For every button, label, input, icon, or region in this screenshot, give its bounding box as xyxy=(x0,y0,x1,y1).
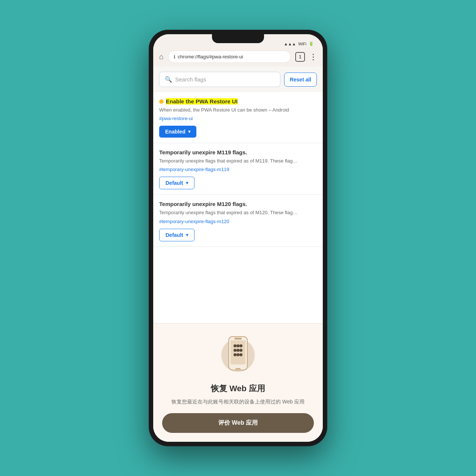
search-icon: 🔍 xyxy=(165,76,172,83)
select-chevron-m120: ▾ xyxy=(186,232,188,238)
svg-point-8 xyxy=(234,353,237,356)
select-chevron-pwa: ▾ xyxy=(188,129,190,134)
browser-content: 🔍 Search flags Reset all Enable the PWA … xyxy=(153,67,323,442)
flag-select-m119[interactable]: Default ▾ xyxy=(159,177,194,189)
flag-title-row-m120: Temporarily unexpire M120 flags. xyxy=(159,201,317,207)
search-placeholder: Search flags xyxy=(175,76,206,83)
svg-point-7 xyxy=(239,349,242,352)
flag-title-pwa: Enable the PWA Restore UI xyxy=(166,98,238,104)
flag-select-label-m120: Default xyxy=(165,232,183,238)
flag-desc-m120: Temporarily unexpire flags that expired … xyxy=(159,209,317,216)
home-icon[interactable]: ⌂ xyxy=(159,52,164,61)
pwa-title: 恢复 Web 应用 xyxy=(211,383,265,394)
reset-all-button[interactable]: Reset all xyxy=(284,73,317,87)
flag-select-m120[interactable]: Default ▾ xyxy=(159,229,194,241)
pwa-phone-svg xyxy=(223,335,253,376)
flag-link-m119[interactable]: #temporary-unexpire-flags-m119 xyxy=(159,167,317,172)
phone-frame: ▲▲▲ WiFi 🔋 ⌂ ℹ chrome://flags/#pwa-resto… xyxy=(149,30,327,446)
svg-rect-11 xyxy=(235,368,241,369)
flag-item-m119: Temporarily unexpire M119 flags. Tempora… xyxy=(153,143,323,195)
flag-title-row-m119: Temporarily unexpire M119 flags. xyxy=(159,149,317,155)
svg-rect-1 xyxy=(231,340,245,364)
select-chevron-m119: ▾ xyxy=(186,180,188,186)
pwa-button[interactable]: 评价 Web 应用 xyxy=(162,413,314,433)
flag-title-row: Enable the PWA Restore UI xyxy=(159,98,317,104)
signal-icon: ▲▲▲ xyxy=(284,42,296,46)
browser-toolbar: ⌂ ℹ chrome://flags/#pwa-restore-ui 1 ⋮ xyxy=(159,51,317,63)
battery-icon: 🔋 xyxy=(309,41,314,46)
flag-item-m120: Temporarily unexpire M120 flags. Tempora… xyxy=(153,195,323,247)
svg-rect-12 xyxy=(234,338,242,340)
pwa-illustration xyxy=(218,335,258,376)
svg-point-10 xyxy=(239,353,242,356)
menu-icon[interactable]: ⋮ xyxy=(309,52,317,61)
svg-point-3 xyxy=(237,344,239,347)
flags-list: Enable the PWA Restore UI When enabled, … xyxy=(153,92,323,323)
pwa-desc: 恢复您最近在与此账号相关联的设备上使用过的 Web 应用 xyxy=(171,398,305,406)
status-icons: ▲▲▲ WiFi 🔋 xyxy=(284,41,314,46)
info-icon: ℹ xyxy=(174,54,176,60)
tab-count[interactable]: 1 xyxy=(295,52,305,62)
browser-chrome: ⌂ ℹ chrome://flags/#pwa-restore-ui 1 ⋮ xyxy=(153,48,323,67)
flag-select-pwa[interactable]: Enabled ▾ xyxy=(159,126,196,138)
flag-link-m120[interactable]: #temporary-unexpire-flags-m120 xyxy=(159,219,317,224)
svg-point-9 xyxy=(237,353,239,356)
svg-point-4 xyxy=(239,344,242,347)
flag-desc-m119: Temporarily unexpire flags that expired … xyxy=(159,158,317,164)
flag-indicator-yellow xyxy=(159,99,164,104)
flag-select-label-m119: Default xyxy=(165,180,183,186)
flag-title-m120: Temporarily unexpire M120 flags. xyxy=(159,201,247,207)
pwa-panel: 恢复 Web 应用 恢复您最近在与此账号相关联的设备上使用过的 Web 应用 评… xyxy=(153,323,323,442)
flag-desc-pwa: When enabled, the PWA Restore UI can be … xyxy=(159,107,317,113)
flag-link-pwa[interactable]: #pwa-restore-ui xyxy=(159,116,317,121)
phone-screen: ▲▲▲ WiFi 🔋 ⌂ ℹ chrome://flags/#pwa-resto… xyxy=(153,34,323,442)
svg-point-6 xyxy=(237,349,239,352)
address-bar[interactable]: ℹ chrome://flags/#pwa-restore-ui xyxy=(168,51,291,63)
flag-item-pwa-restore-ui: Enable the PWA Restore UI When enabled, … xyxy=(153,92,323,143)
phone-notch xyxy=(212,34,264,43)
flags-header: 🔍 Search flags Reset all xyxy=(153,67,323,92)
svg-point-5 xyxy=(234,349,237,352)
svg-point-2 xyxy=(234,344,237,347)
wifi-icon: WiFi xyxy=(298,42,306,46)
search-box[interactable]: 🔍 Search flags xyxy=(159,72,280,87)
flag-select-label-pwa: Enabled xyxy=(165,129,185,135)
flag-title-m119: Temporarily unexpire M119 flags. xyxy=(159,149,247,155)
address-url: chrome://flags/#pwa-restore-ui xyxy=(178,54,285,60)
